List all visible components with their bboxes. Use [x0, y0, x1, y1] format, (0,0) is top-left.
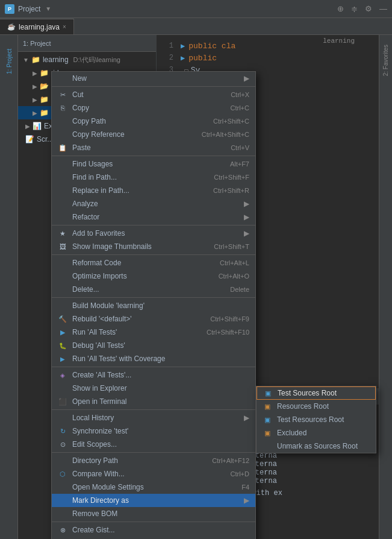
gear-icon[interactable]: ⚙ — [365, 4, 372, 13]
menu-icon-add-favorites: ★ — [58, 230, 67, 238]
tree-arrow-extlib: ▶ — [25, 123, 30, 130]
menu-icon-sync-test: ↻ — [58, 427, 67, 435]
project-icon: P — [5, 4, 14, 14]
menu-item-find-usages[interactable]: Find Usages Alt+F7 — [52, 157, 255, 171]
menu-item-add-favorites[interactable]: ★ Add to Favorites ▶ — [52, 227, 255, 240]
menu-item-image-thumbs[interactable]: 🖼 Show Image Thumbnails Ctrl+Shift+T — [52, 240, 255, 253]
menu-item-run-coverage[interactable]: ▶ Run 'All Tests' with Coverage — [52, 352, 255, 365]
menu-item-debug-all-tests[interactable]: 🐛 Debug 'All Tests' — [52, 339, 255, 352]
submenu-icon-test-resources-root: ▣ — [263, 416, 272, 424]
menu-arrow-analyze: ▶ — [244, 200, 249, 208]
menu-item-cut[interactable]: ✂ Cut Ctrl+X — [52, 88, 255, 101]
tree-arrow-src: ▶ — [33, 96, 37, 103]
menu-item-edit-scopes[interactable]: ⊙ Edit Scopes... — [52, 438, 255, 451]
menu-shortcut-copy: Ctrl+C — [231, 104, 249, 112]
menu-item-copy-ref[interactable]: Copy Reference Ctrl+Alt+Shift+C — [52, 128, 255, 141]
menu-item-run-all-tests[interactable]: ▶ Run 'All Tests' Ctrl+Shift+F10 — [52, 326, 255, 339]
submenu-icon-resources-root: ▣ — [263, 403, 272, 411]
menu-shortcut-find-usages: Alt+F7 — [230, 160, 249, 168]
menu-label-edit-scopes: Edit Scopes... — [72, 440, 249, 449]
title-bar: P Project ▼ ⊕ ≑ ⚙ — — [0, 0, 392, 18]
menu-shortcut-run-all-tests: Ctrl+Shift+F10 — [207, 329, 249, 336]
menu-item-open-terminal[interactable]: ⬛ Open in Terminal — [52, 395, 255, 408]
menu-sep-1 — [52, 86, 255, 87]
menu-item-open-module[interactable]: Open Module Settings F4 — [52, 481, 255, 494]
line-number-2: 2 — [157, 54, 181, 62]
menu-item-copy-path[interactable]: Copy Path Ctrl+Shift+C — [52, 115, 255, 128]
menu-item-show-explorer[interactable]: Show in Explorer — [52, 382, 255, 395]
menu-sep-7 — [52, 409, 255, 410]
menu-shortcut-optimize: Ctrl+Alt+O — [219, 273, 249, 280]
menu-shortcut-find-path: Ctrl+Shift+F — [214, 174, 249, 181]
context-menu: New ▶ ✂ Cut Ctrl+X ⎘ Copy Ctrl+C Copy Pa… — [51, 71, 256, 539]
menu-item-build-module[interactable]: Build Module 'learning' — [52, 299, 255, 312]
menu-item-optimize[interactable]: Optimize Imports Ctrl+Alt+O — [52, 270, 255, 283]
menu-item-reformat[interactable]: Reformat Code Ctrl+Alt+L — [52, 256, 255, 270]
menu-item-convert-kotlin[interactable]: Convert Java File to Kotlin File Ctrl+Al… — [52, 537, 255, 539]
menu-label-open-module: Open Module Settings — [72, 483, 237, 491]
tree-arrow-idea: ▶ — [33, 70, 37, 77]
menu-item-remove-bom[interactable]: Remove BOM — [52, 507, 255, 520]
menu-item-delete[interactable]: Delete... Delete — [52, 283, 255, 296]
menu-shortcut-copy-path: Ctrl+Shift+C — [213, 118, 249, 125]
menu-item-directory-path[interactable]: Directory Path Ctrl+Alt+F12 — [52, 454, 255, 467]
title-bar-left: P Project ▼ — [5, 4, 51, 14]
tree-item-learning[interactable]: ▼ 📁 learning D:\代码\learning — [18, 53, 156, 66]
menu-item-new[interactable]: New ▶ — [52, 72, 255, 85]
menu-item-compare-with[interactable]: ⬡ Compare With... Ctrl+D — [52, 467, 255, 481]
line-content-2: public — [188, 54, 217, 63]
line-number-1: 1 — [157, 42, 181, 50]
dropdown-arrow-icon[interactable]: ▼ — [45, 5, 51, 12]
menu-item-paste[interactable]: 📋 Paste Ctrl+V — [52, 141, 255, 154]
menu-arrow-new: ▶ — [244, 74, 249, 83]
tree-label-learning: learning — [43, 55, 69, 64]
sidebar-project-icon[interactable]: 1: Project — [2, 37, 16, 86]
panel-title: 1: Project — [23, 40, 51, 47]
settings-icon[interactable]: ≑ — [351, 4, 358, 13]
menu-label-analyze: Analyze — [72, 200, 239, 208]
menu-item-replace-path[interactable]: Replace in Path... Ctrl+Shift+R — [52, 184, 255, 197]
menu-item-create-tests[interactable]: ◈ Create 'All Tests'... — [52, 368, 255, 382]
menu-sep-6 — [52, 367, 255, 367]
menu-item-local-history[interactable]: Local History ▶ — [52, 411, 255, 424]
sync-icon[interactable]: ⊕ — [337, 4, 344, 13]
close-icon[interactable]: — — [379, 4, 387, 13]
favorites-label[interactable]: 2: Favorites — [382, 45, 389, 76]
menu-label-cut: Cut — [72, 90, 226, 99]
menu-item-mark-dir[interactable]: Mark Directory as ▶ — [52, 494, 255, 507]
menu-sep-5 — [52, 297, 255, 298]
menu-item-analyze[interactable]: Analyze ▶ — [52, 197, 255, 210]
menu-label-mark-dir: Mark Directory as — [72, 496, 239, 505]
submenu-item-excluded[interactable]: ▣ Excluded — [257, 426, 376, 440]
menu-icon-create-tests: ◈ — [58, 372, 67, 379]
menu-label-copy: Copy — [72, 104, 226, 112]
menu-sep-9 — [52, 522, 255, 522]
tree-folder-icon-out: 📂 — [40, 82, 49, 90]
submenu-item-resources-root[interactable]: ▣ Resources Root — [257, 400, 376, 413]
menu-label-copy-ref: Copy Reference — [72, 130, 197, 139]
menu-label-rebuild: Rebuild '<default>' — [72, 315, 205, 323]
menu-label-add-favorites: Add to Favorites — [72, 229, 239, 238]
submenu-item-unmark[interactable]: Unmark as Sources Root — [257, 440, 376, 453]
menu-icon-open-terminal: ⬛ — [58, 398, 67, 406]
submenu-label-test-sources-root: Test Sources Root — [278, 389, 369, 397]
menu-item-copy[interactable]: ⎘ Copy Ctrl+C — [52, 101, 255, 115]
menu-shortcut-replace-path: Ctrl+Shift+R — [213, 187, 249, 194]
submenu-label-test-resources-root: Test Resources Root — [277, 415, 370, 424]
menu-item-rebuild[interactable]: 🔨 Rebuild '<default>' Ctrl+Shift+F9 — [52, 312, 255, 326]
menu-label-remove-bom: Remove BOM — [72, 509, 249, 518]
menu-icon-run-coverage: ▶ — [58, 356, 67, 362]
menu-item-find-path[interactable]: Find in Path... Ctrl+Shift+F — [52, 171, 255, 184]
menu-label-debug-all-tests: Debug 'All Tests' — [72, 341, 249, 350]
editor-line-2: 2 ▶ public — [157, 52, 379, 64]
submenu-item-test-sources-root[interactable]: ▣ Test Sources Root — [257, 386, 376, 400]
menu-shortcut-paste: Ctrl+V — [231, 144, 249, 151]
tab-close-button[interactable]: × — [63, 24, 66, 30]
menu-item-sync-test[interactable]: ↻ Synchronize 'test' — [52, 424, 255, 438]
tree-folder-icon-src: 📁 — [40, 95, 49, 104]
menu-item-create-gist[interactable]: ⊗ Create Gist... — [52, 523, 255, 537]
menu-item-refactor[interactable]: Refactor ▶ — [52, 210, 255, 224]
submenu-item-test-resources-root[interactable]: ▣ Test Resources Root — [257, 413, 376, 426]
tab-learning-java[interactable]: ☕ learning.java × — [0, 19, 74, 34]
menu-label-replace-path: Replace in Path... — [72, 186, 208, 195]
